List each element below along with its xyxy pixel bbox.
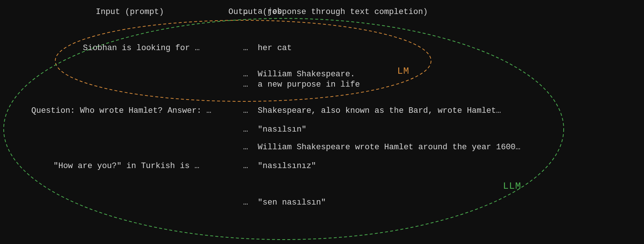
completion-item: … a job xyxy=(243,6,360,18)
header-input-label: Input (prompt) xyxy=(96,7,164,17)
prompt-text: Siobhan is looking for … xyxy=(83,43,200,53)
completion-item: … "nasılsın" xyxy=(243,123,326,136)
prompt-text: Question: Who wrote Hamlet? Answer: … xyxy=(31,106,211,115)
completion-item: … William Shakespeare. xyxy=(243,68,521,80)
llm-label: LLM xyxy=(503,181,521,192)
completions-list: … "nasılsın" … "nasılsınız" … "sen nasıl… xyxy=(243,99,326,233)
prompt-text: "How are you?" in Turkish is … xyxy=(53,161,199,171)
lm-label: LM xyxy=(397,66,409,77)
completion-item: … "sen nasılsın" xyxy=(243,196,326,209)
completion-item: … "nasılsınız" xyxy=(243,160,326,172)
